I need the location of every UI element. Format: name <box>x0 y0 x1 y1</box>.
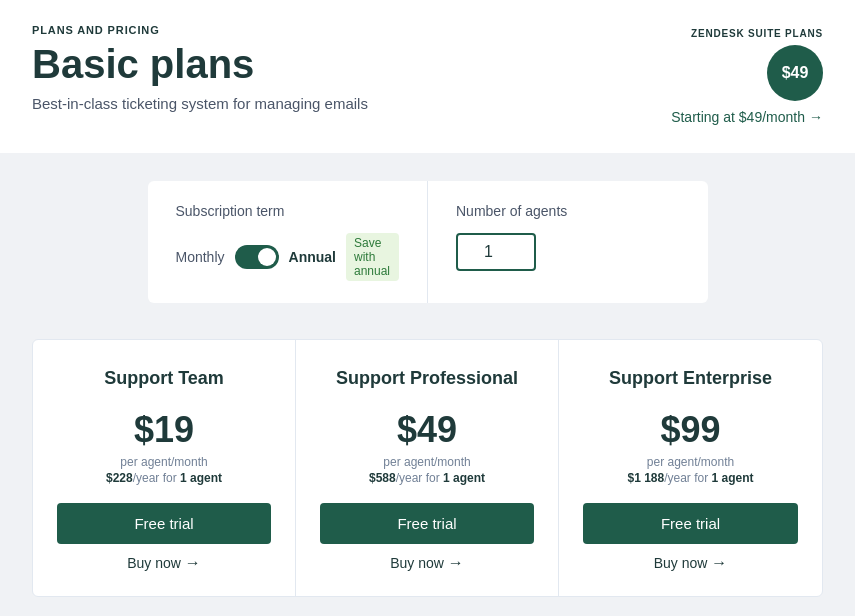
buy-now-arrow-1: → <box>448 554 464 572</box>
free-trial-button-0[interactable]: Free trial <box>57 503 271 544</box>
agents-panel: Number of agents <box>428 181 708 303</box>
page-title: Basic plans <box>32 42 368 87</box>
price-badge: $49 <box>767 45 823 101</box>
starting-at-link[interactable]: Starting at $49/month → <box>671 109 823 125</box>
toggle-row: Monthly Annual Save with annual <box>176 233 400 281</box>
plan-price-1: $49 <box>320 409 534 451</box>
plan-annual-2: $1 188/year for 1 agent <box>583 471 798 485</box>
monthly-label: Monthly <box>176 249 225 265</box>
subscription-term-panel: Subscription term Monthly Annual Save wi… <box>148 181 429 303</box>
plan-name-2: Support Enterprise <box>583 368 798 389</box>
buy-now-arrow-0: → <box>185 554 201 572</box>
buy-now-arrow-2: → <box>711 554 727 572</box>
plan-per-2: per agent/month <box>583 455 798 469</box>
zendesk-suite-label: ZENDESK SUITE PLANS <box>691 28 823 39</box>
plans-and-pricing-label: PLANS AND PRICING <box>32 24 368 36</box>
free-trial-button-1[interactable]: Free trial <box>320 503 534 544</box>
buy-now-link-0[interactable]: Buy now → <box>127 554 201 572</box>
plan-card-0: Support Team $19 per agent/month $228/ye… <box>33 340 296 596</box>
save-badge: Save with annual <box>346 233 399 281</box>
agents-label: Number of agents <box>456 203 680 219</box>
free-trial-button-2[interactable]: Free trial <box>583 503 798 544</box>
page-subtitle: Best-in-class ticketing system for manag… <box>32 95 368 112</box>
plan-per-0: per agent/month <box>57 455 271 469</box>
header-left: PLANS AND PRICING Basic plans Best-in-cl… <box>32 24 368 112</box>
plan-annual-1: $588/year for 1 agent <box>320 471 534 485</box>
plan-price-2: $99 <box>583 409 798 451</box>
toggle-track[interactable] <box>235 245 279 269</box>
plan-annual-0: $228/year for 1 agent <box>57 471 271 485</box>
subscription-label: Subscription term <box>176 203 400 219</box>
header-section: PLANS AND PRICING Basic plans Best-in-cl… <box>0 0 855 153</box>
plans-grid: Support Team $19 per agent/month $228/ye… <box>32 339 823 597</box>
plan-card-1: Support Professional $49 per agent/month… <box>296 340 559 596</box>
plan-card-2: Support Enterprise $99 per agent/month $… <box>559 340 822 596</box>
agents-input[interactable] <box>456 233 536 271</box>
config-card: Subscription term Monthly Annual Save wi… <box>148 181 708 303</box>
config-section: Subscription term Monthly Annual Save wi… <box>0 153 855 339</box>
buy-now-link-2[interactable]: Buy now → <box>654 554 728 572</box>
plan-name-1: Support Professional <box>320 368 534 389</box>
header-right: ZENDESK SUITE PLANS $49 Starting at $49/… <box>671 24 823 125</box>
plan-name-0: Support Team <box>57 368 271 389</box>
plans-section: Support Team $19 per agent/month $228/ye… <box>0 339 855 616</box>
annual-label: Annual <box>289 249 336 265</box>
plan-price-0: $19 <box>57 409 271 451</box>
buy-now-link-1[interactable]: Buy now → <box>390 554 464 572</box>
subscription-toggle[interactable] <box>235 245 279 269</box>
plan-per-1: per agent/month <box>320 455 534 469</box>
toggle-thumb <box>258 248 276 266</box>
